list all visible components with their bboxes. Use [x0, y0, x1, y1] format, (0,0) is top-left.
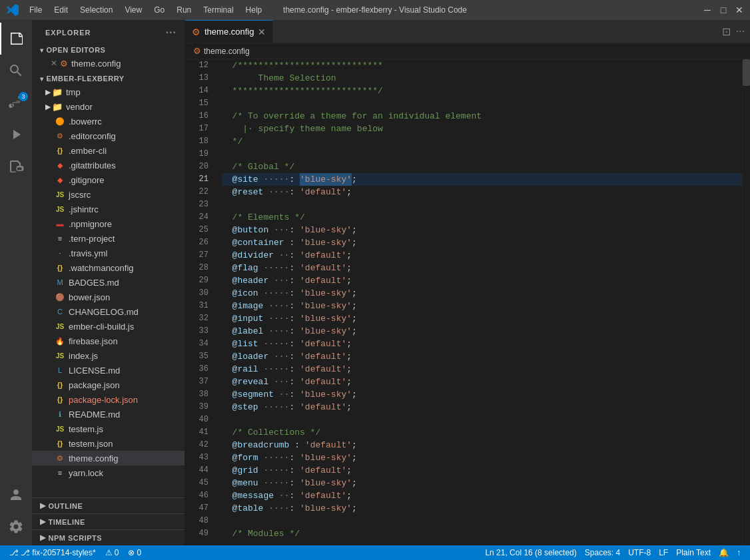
scrollbar-thumb[interactable]	[743, 59, 750, 86]
menu-edit[interactable]: Edit	[49, 4, 73, 16]
file-gitattributes[interactable]: ◆ .gitattributes	[32, 158, 185, 172]
timeline-header[interactable]: ▶ Timeline	[32, 514, 185, 529]
tab-bar: ⚙ theme.config ✕ ⊡ ···	[185, 20, 750, 43]
line-num-30: 30	[185, 287, 208, 300]
more-actions-icon[interactable]: ···	[736, 25, 745, 37]
file-package-lock-json[interactable]: {} package-lock.json	[32, 392, 185, 407]
file-testem-json[interactable]: {} testem.json	[32, 436, 185, 451]
file-package-json[interactable]: {} package.json	[32, 378, 185, 392]
file-name: .gitignore	[69, 175, 104, 185]
file-editorconfig[interactable]: ⚙ .editorconfig	[32, 129, 185, 143]
menu-file[interactable]: File	[24, 4, 47, 16]
code-line-38: @segment ··: 'blue-sky';	[222, 388, 742, 401]
file-name: LICENSE.md	[69, 366, 120, 376]
errors-status[interactable]: ⊗ 0	[124, 545, 145, 560]
window-controls[interactable]: ─ □ ✕	[703, 5, 743, 15]
file-bowerrc[interactable]: 🟠 .bowerrc	[32, 114, 185, 129]
file-icon: {}	[55, 381, 65, 389]
menu-help[interactable]: Help	[240, 4, 268, 16]
file-badges[interactable]: M BADGES.md	[32, 275, 185, 290]
scrollbar-track[interactable]	[743, 59, 750, 545]
line-num-21: 21	[185, 173, 208, 186]
close-file-icon[interactable]: ✕	[51, 59, 57, 68]
title-bar: File Edit Selection View Go Run Terminal…	[0, 0, 750, 20]
warnings-status[interactable]: ⚠ 0	[101, 545, 123, 560]
file-travis[interactable]: · .travis.yml	[32, 246, 185, 260]
close-button[interactable]: ✕	[735, 5, 743, 15]
run-debug-activity-icon[interactable]	[0, 119, 32, 150]
file-tern-project[interactable]: ≡ .tern-project	[32, 231, 185, 246]
folder-vendor[interactable]: ▶ 📁 vendor	[32, 99, 185, 114]
breadcrumb-filename: theme.config	[204, 47, 250, 56]
file-firebase[interactable]: 🔥 firebase.json	[32, 334, 185, 348]
explorer-icon[interactable]	[0, 23, 32, 55]
code-content[interactable]: /**************************** Theme Sele…	[215, 59, 742, 545]
split-editor-icon[interactable]: ⊡	[722, 25, 731, 38]
sync-status[interactable]: ↑	[733, 545, 745, 560]
timeline-label: Timeline	[49, 518, 85, 526]
breadcrumb-file-icon: ⚙	[193, 46, 201, 56]
file-jshintrc[interactable]: JS .jshintrc	[32, 202, 185, 216]
line-ending-status[interactable]: LF	[655, 545, 672, 560]
code-line-45: @menu ·····: 'blue-sky';	[222, 477, 742, 489]
search-activity-icon[interactable]	[0, 55, 32, 87]
code-line-44: @grid ·····: 'default';	[222, 464, 742, 477]
cursor-position-status[interactable]: Ln 21, Col 16 (8 selected)	[481, 545, 580, 560]
code-editor[interactable]: 12 13 14 15 16 17 18 19 20 21 22 23 24 2…	[185, 59, 750, 545]
source-control-activity-icon[interactable]: 3	[0, 87, 32, 119]
ember-flexberry-section[interactable]: ▾ Ember-Flexberry	[32, 71, 185, 85]
notifications-status[interactable]: 🔔	[715, 545, 733, 560]
file-changelog[interactable]: C CHANGELOG.md	[32, 304, 185, 319]
menu-go[interactable]: Go	[149, 4, 170, 16]
sidebar-more-icon[interactable]: ···	[166, 27, 177, 39]
minimize-button[interactable]: ─	[703, 5, 711, 15]
spaces-label: Spaces: 4	[585, 548, 620, 557]
branch-status[interactable]: ⎇ ⎇ fix-205714-styles*	[5, 545, 100, 560]
outline-label: Outline	[49, 502, 83, 510]
menu-view[interactable]: View	[119, 4, 147, 16]
open-file-theme-config[interactable]: ✕ ⚙ theme.config	[32, 56, 185, 71]
menu-run[interactable]: Run	[171, 4, 196, 16]
maximize-button[interactable]: □	[719, 5, 727, 15]
settings-activity-icon[interactable]	[0, 511, 32, 543]
tab-file-icon: ⚙	[192, 27, 200, 37]
file-gitignore[interactable]: ◆ .gitignore	[32, 172, 185, 187]
line-num-48: 48	[185, 515, 208, 527]
file-license[interactable]: L LICENSE.md	[32, 363, 185, 378]
file-jscsrc[interactable]: JS jscsrc	[32, 187, 185, 202]
code-line-27: @divider ··: 'default';	[222, 249, 742, 262]
file-testem-js[interactable]: JS testem.js	[32, 421, 185, 436]
file-bower-json[interactable]: 🟤 bower.json	[32, 290, 185, 304]
line-num-31: 31	[185, 300, 208, 312]
file-theme-config[interactable]: ⚙ theme.config	[32, 451, 185, 465]
file-npmignore[interactable]: ▬ .npmignore	[32, 216, 185, 231]
code-line-28: @flag ·····: 'default';	[222, 262, 742, 274]
code-line-19	[222, 148, 742, 160]
account-activity-icon[interactable]	[0, 479, 32, 511]
code-line-17: |· specify theme name below	[222, 123, 742, 135]
code-line-37: @reveal ···: 'default';	[222, 376, 742, 388]
open-editors-section[interactable]: ▾ Open Editors	[32, 42, 185, 56]
spaces-status[interactable]: Spaces: 4	[581, 545, 624, 560]
extensions-activity-icon[interactable]	[0, 150, 32, 182]
tab-close-icon[interactable]: ✕	[258, 27, 266, 37]
menu-bar[interactable]: File Edit Selection View Go Run Terminal…	[24, 4, 267, 16]
file-name: yarn.lock	[69, 468, 103, 478]
tab-theme-config[interactable]: ⚙ theme.config ✕	[185, 20, 273, 43]
file-icon: {}	[55, 439, 65, 447]
file-name: firebase.json	[69, 336, 118, 346]
file-watchmanconfig[interactable]: {} .watchmanconfig	[32, 260, 185, 275]
folder-tmp[interactable]: ▶ 📁 tmp	[32, 85, 185, 99]
file-yarn-lock[interactable]: ≡ yarn.lock	[32, 465, 185, 480]
file-ember-cli[interactable]: {} .ember-cli	[32, 143, 185, 158]
outline-header[interactable]: ▶ Outline	[32, 498, 185, 513]
menu-selection[interactable]: Selection	[75, 4, 118, 16]
file-ember-cli-build[interactable]: JS ember-cli-build.js	[32, 319, 185, 334]
menu-terminal[interactable]: Terminal	[198, 4, 238, 16]
language-mode-status[interactable]: Plain Text	[672, 545, 715, 560]
file-readme[interactable]: ℹ README.md	[32, 407, 185, 421]
outline-arrow: ▶	[40, 501, 46, 510]
npm-scripts-header[interactable]: ▶ NPM Scripts	[32, 530, 185, 545]
file-index-js[interactable]: JS index.js	[32, 348, 185, 363]
encoding-status[interactable]: UTF-8	[624, 545, 655, 560]
